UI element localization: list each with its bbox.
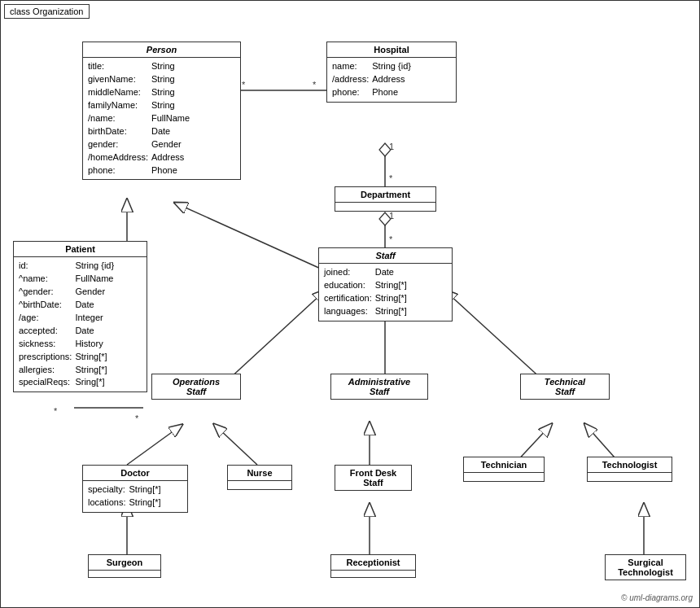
surgical-tech-title: SurgicalTechnologist [606, 555, 685, 580]
person-body: title:String givenName:String middleName… [83, 58, 240, 179]
nurse-class: Nurse [227, 465, 292, 490]
nurse-title: Nurse [228, 466, 291, 481]
nurse-body [228, 481, 291, 489]
tech-staff-title: TechnicalStaff [521, 374, 609, 399]
receptionist-class: Receptionist [330, 554, 416, 578]
patient-title: Patient [14, 242, 147, 257]
technician-title: Technician [464, 457, 544, 473]
tech-staff-class: TechnicalStaff [520, 374, 610, 400]
svg-text:1: 1 [389, 142, 394, 151]
staff-class: Staff joined:Date education:String[*] ce… [318, 247, 453, 321]
diagram-title: class Organization [4, 4, 90, 19]
svg-line-15 [218, 428, 257, 465]
surgical-tech-class: SurgicalTechnologist [605, 554, 686, 580]
department-body [335, 203, 435, 211]
svg-text:1: 1 [389, 211, 394, 221]
staff-title: Staff [319, 248, 452, 264]
receptionist-body [331, 571, 415, 577]
admin-staff-class: AdministrativeStaff [330, 374, 428, 400]
patient-body: id:String {id} ^name:FullName ^gender:Ge… [14, 257, 147, 391]
svg-text:*: * [389, 234, 393, 244]
department-class: Department [335, 186, 436, 212]
svg-line-10 [180, 205, 322, 269]
ops-staff-title: OperationsStaff [152, 374, 240, 399]
hospital-body: name:String {id} /address:Address phone:… [327, 58, 456, 102]
person-title: Person [83, 42, 240, 58]
technologist-class: Technologist [587, 457, 672, 482]
staff-body: joined:Date education:String[*] certific… [319, 264, 452, 321]
hospital-class: Hospital name:String {id} /address:Addre… [326, 42, 457, 103]
surgeon-title: Surgeon [89, 555, 160, 571]
technologist-title: Technologist [588, 457, 672, 473]
svg-line-14 [127, 428, 177, 465]
surgeon-class: Surgeon [88, 554, 161, 578]
doctor-title: Doctor [83, 466, 187, 481]
hospital-title: Hospital [327, 42, 456, 58]
doctor-body: specialty:String[*] locations:String[*] [83, 481, 187, 512]
receptionist-title: Receptionist [331, 555, 415, 571]
svg-text:*: * [389, 173, 393, 183]
front-desk-class: Front DeskStaff [335, 465, 412, 491]
svg-text:*: * [135, 413, 139, 423]
svg-text:*: * [313, 80, 317, 90]
technician-body [464, 473, 544, 481]
diagram-container: class Organization * * 1 * [0, 0, 700, 608]
doctor-class: Doctor specialty:String[*] locations:Str… [82, 465, 188, 513]
front-desk-title: Front DeskStaff [335, 466, 411, 490]
patient-class: Patient id:String {id} ^name:FullName ^g… [13, 241, 147, 392]
copyright: © uml-diagrams.org [621, 593, 693, 602]
svg-text:*: * [242, 80, 246, 90]
person-class: Person title:String givenName:String mid… [82, 42, 241, 180]
svg-text:*: * [54, 406, 58, 416]
ops-staff-class: OperationsStaff [151, 374, 241, 400]
surgeon-body [89, 571, 160, 577]
technician-class: Technician [463, 457, 545, 482]
department-title: Department [335, 187, 435, 203]
technologist-body [588, 473, 672, 481]
admin-staff-title: AdministrativeStaff [331, 374, 427, 399]
